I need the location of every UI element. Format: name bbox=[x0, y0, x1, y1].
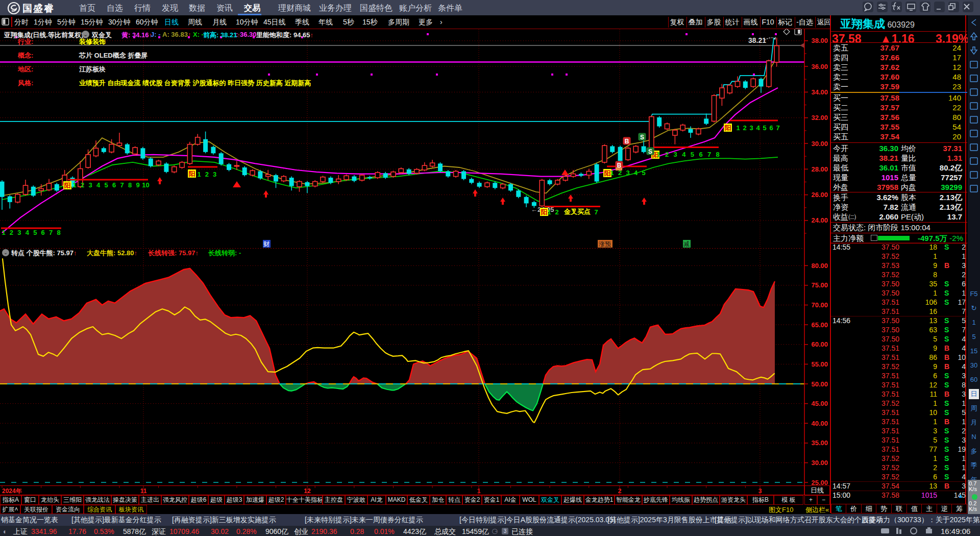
svg-text:10: 10 bbox=[142, 181, 149, 189]
svg-text:60.00: 60.00 bbox=[811, 340, 828, 348]
svg-text:75.00: 75.00 bbox=[811, 281, 828, 289]
svg-text:1: 1 bbox=[197, 170, 201, 178]
svg-text:1: 1 bbox=[736, 124, 740, 132]
svg-text:35.00: 35.00 bbox=[811, 439, 828, 447]
svg-text:2: 2 bbox=[205, 170, 209, 178]
svg-text:财: 财 bbox=[263, 240, 270, 248]
svg-text:5: 5 bbox=[691, 151, 694, 158]
svg-text:7: 7 bbox=[49, 229, 53, 236]
svg-text:3: 3 bbox=[88, 181, 92, 189]
svg-text:34.00: 34.00 bbox=[811, 88, 828, 96]
svg-text:4: 4 bbox=[756, 124, 760, 132]
svg-text:S: S bbox=[648, 148, 652, 155]
svg-text:1: 1 bbox=[656, 151, 660, 158]
svg-text:6: 6 bbox=[41, 229, 45, 236]
svg-text:36.00: 36.00 bbox=[811, 63, 828, 70]
svg-text:B: B bbox=[625, 138, 629, 145]
svg-text:28.00: 28.00 bbox=[811, 165, 828, 173]
svg-text:3: 3 bbox=[17, 229, 21, 236]
svg-text:3: 3 bbox=[749, 124, 753, 132]
svg-text:40.00: 40.00 bbox=[811, 420, 828, 427]
svg-text:阳: 阳 bbox=[189, 170, 195, 178]
svg-text:2: 2 bbox=[743, 124, 746, 132]
svg-text:涨预: 涨预 bbox=[598, 240, 611, 248]
svg-text:6: 6 bbox=[769, 124, 773, 132]
svg-text:1: 1 bbox=[2, 229, 5, 236]
svg-text:阳: 阳 bbox=[64, 182, 71, 189]
svg-text:6: 6 bbox=[699, 151, 702, 158]
svg-text:80.00: 80.00 bbox=[811, 262, 828, 270]
svg-text:S: S bbox=[640, 134, 644, 141]
svg-text:8: 8 bbox=[128, 181, 132, 189]
svg-text:8: 8 bbox=[57, 229, 60, 236]
svg-text:3: 3 bbox=[626, 169, 629, 177]
svg-text:65.00: 65.00 bbox=[811, 321, 828, 329]
svg-text:1: 1 bbox=[547, 208, 551, 216]
svg-text:45.00: 45.00 bbox=[811, 400, 828, 407]
svg-text:3: 3 bbox=[213, 170, 216, 178]
svg-text:5: 5 bbox=[104, 181, 108, 189]
svg-text:38.00: 38.00 bbox=[811, 37, 828, 44]
svg-text:4: 4 bbox=[682, 151, 686, 158]
svg-text:7: 7 bbox=[120, 181, 124, 189]
svg-text:金叉买点: 金叉买点 bbox=[564, 208, 591, 215]
svg-text:9: 9 bbox=[136, 181, 139, 189]
svg-text:2: 2 bbox=[665, 151, 669, 158]
svg-text:3: 3 bbox=[674, 151, 677, 158]
svg-text:6: 6 bbox=[112, 181, 116, 189]
svg-text:7: 7 bbox=[594, 208, 598, 216]
svg-text:2: 2 bbox=[81, 181, 84, 189]
svg-text:2024年: 2024年 bbox=[2, 488, 22, 495]
svg-text:4: 4 bbox=[634, 169, 638, 177]
svg-text:32.00: 32.00 bbox=[811, 114, 828, 121]
svg-text:1: 1 bbox=[72, 181, 76, 189]
svg-text:阳: 阳 bbox=[541, 208, 548, 216]
svg-text:30.00: 30.00 bbox=[811, 459, 828, 467]
svg-text:30.00: 30.00 bbox=[811, 140, 828, 148]
svg-text:4: 4 bbox=[96, 181, 101, 189]
svg-text:2: 2 bbox=[10, 229, 13, 236]
svg-text:7: 7 bbox=[707, 151, 711, 158]
svg-text:8: 8 bbox=[716, 151, 720, 158]
svg-text:5: 5 bbox=[642, 169, 645, 177]
svg-text:阳: 阳 bbox=[725, 124, 731, 132]
svg-text:减: 减 bbox=[683, 240, 690, 248]
svg-text:26.00: 26.00 bbox=[811, 191, 828, 199]
svg-text:55.00: 55.00 bbox=[811, 360, 828, 368]
svg-text:4: 4 bbox=[26, 229, 30, 236]
svg-text:5: 5 bbox=[33, 229, 37, 236]
svg-text:24.00: 24.00 bbox=[811, 216, 828, 224]
svg-text:70.00: 70.00 bbox=[811, 301, 828, 309]
svg-text:2: 2 bbox=[555, 208, 558, 216]
svg-text:7: 7 bbox=[776, 124, 779, 132]
svg-text:50.00: 50.00 bbox=[811, 380, 828, 388]
svg-text:38.21: 38.21 bbox=[748, 36, 766, 44]
svg-text:1: 1 bbox=[610, 169, 614, 177]
svg-text:5: 5 bbox=[763, 124, 766, 132]
